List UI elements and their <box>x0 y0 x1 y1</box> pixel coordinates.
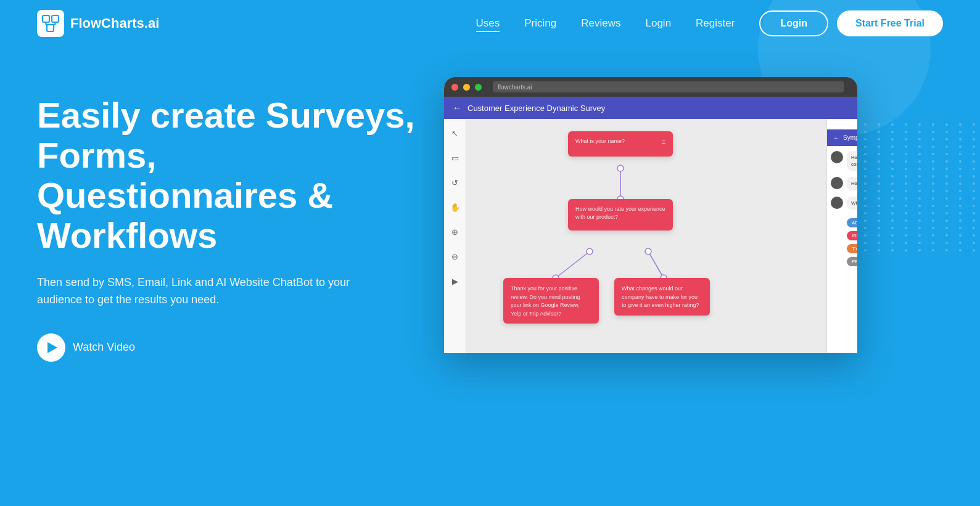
chat-time: 7:45 <box>827 121 857 127</box>
option-percocet[interactable]: PERCOCET <box>847 257 857 266</box>
chat-bubble-1: Have you finished your antibiotic consum… <box>847 151 857 171</box>
svg-point-11 <box>587 248 593 255</box>
tool-hand[interactable]: ✋ <box>447 199 463 215</box>
chat-avatar-3 <box>831 197 843 209</box>
nav-link-reviews[interactable]: Reviews <box>581 17 620 30</box>
chat-message-3: What did you take? <box>831 197 857 210</box>
node-4-title: What changes would our company have to m… <box>622 285 699 308</box>
chat-avatar-2 <box>831 177 843 189</box>
option-advil[interactable]: ADVIL <box>847 218 857 227</box>
browser-mockup: flowcharts.ai ← Customer Experience Dyna… <box>444 77 857 353</box>
svg-rect-2 <box>47 25 54 31</box>
flow-node-2[interactable]: How would you rate your experience with … <box>568 199 673 231</box>
flow-node-3[interactable]: Thank you for your positive review. Do y… <box>503 278 599 324</box>
chat-panel-header: ← Symptom Flow Chart <box>827 129 857 146</box>
chat-bubble-2: Have you taken pain medication? <box>847 177 857 190</box>
hero-subtext: Then send by SMS, Email, Link and AI Web… <box>37 274 358 309</box>
logo[interactable]: FlowCharts.ai <box>37 10 159 37</box>
option-ibuprofen[interactable]: IBUPROFEN <box>847 231 857 240</box>
svg-point-13 <box>645 248 651 255</box>
tool-zoom-out[interactable]: ⊖ <box>447 248 463 264</box>
chat-avatar-1 <box>831 151 843 163</box>
nav-links: Uses Pricing Reviews Login Register <box>476 17 735 30</box>
main-navigation: FlowCharts.ai Uses Pricing Reviews Login… <box>0 0 980 46</box>
watch-video-label: Watch Video <box>73 341 135 354</box>
flow-node-4[interactable]: What changes would our company have to m… <box>614 278 710 316</box>
hero-headline: Easily create Surveys, Forms, Questionna… <box>37 96 419 256</box>
browser-dot-minimize <box>463 84 470 91</box>
tool-play[interactable]: ▶ <box>447 273 463 289</box>
svg-rect-0 <box>43 15 49 22</box>
start-free-trial-button[interactable]: Start Free Trial <box>837 10 943 36</box>
node-2-title: How would you rate your experience with … <box>575 205 665 221</box>
browser-content: ↖ ▭ ↺ ✋ ⊕ ⊖ ▶ <box>444 119 857 353</box>
nav-link-pricing[interactable]: Pricing <box>524 17 556 30</box>
nav-link-login[interactable]: Login <box>645 17 671 30</box>
chat-panel: 7:45 ← Symptom Flow Chart Have you finis… <box>826 119 857 353</box>
chat-title: Symptom Flow Chart <box>843 134 857 141</box>
tool-undo[interactable]: ↺ <box>447 174 463 190</box>
browser-nav-bar: ← Customer Experience Dynamic Survey <box>444 97 857 119</box>
browser-url-bar: flowcharts.ai <box>493 81 844 92</box>
browser-url-text: flowcharts.ai <box>498 84 532 91</box>
option-tylenol[interactable]: TYLENOL <box>847 244 857 253</box>
nav-link-uses[interactable]: Uses <box>476 17 500 30</box>
brand-name: FlowCharts.ai <box>70 15 159 31</box>
browser-dot-close <box>451 84 458 91</box>
back-arrow-icon: ← <box>453 103 461 113</box>
nav-link-register[interactable]: Register <box>696 17 735 30</box>
nav-buttons: Login Start Free Trial <box>759 10 943 36</box>
chat-back-icon: ← <box>833 134 839 141</box>
flow-node-1[interactable]: What is your name? ≡ <box>568 131 673 157</box>
browser-topbar: flowcharts.ai <box>444 77 857 97</box>
hero-section: Easily create Surveys, Forms, Questionna… <box>0 46 980 362</box>
play-icon <box>37 333 65 362</box>
svg-line-8 <box>648 251 664 278</box>
chat-message-2: Have you taken pain medication? <box>831 177 857 190</box>
svg-line-7 <box>556 251 590 278</box>
browser-page-title: Customer Experience Dynamic Survey <box>467 104 605 113</box>
node-1-menu: ≡ <box>662 137 665 147</box>
svg-rect-1 <box>52 15 59 22</box>
hero-left-content: Easily create Surveys, Forms, Questionna… <box>37 83 419 362</box>
node-1-title: What is your name? <box>575 137 625 145</box>
flow-toolbar: ↖ ▭ ↺ ✋ ⊕ ⊖ ▶ <box>444 119 466 353</box>
tool-cursor[interactable]: ↖ <box>447 125 463 141</box>
tool-rectangle[interactable]: ▭ <box>447 150 463 166</box>
browser-dot-maximize <box>475 84 482 91</box>
svg-point-9 <box>617 165 624 171</box>
flow-canvas: What is your name? ≡ How would you rate … <box>466 119 857 353</box>
login-button[interactable]: Login <box>759 10 828 36</box>
chat-bubble-3: What did you take? <box>847 197 857 210</box>
node-3-title: Thank you for your positive review. Do y… <box>511 285 580 317</box>
watch-video-button[interactable]: Watch Video <box>37 333 419 362</box>
logo-icon <box>37 10 64 37</box>
hero-demo-area: flowcharts.ai ← Customer Experience Dyna… <box>444 77 943 353</box>
chat-messages: Have you finished your antibiotic consum… <box>827 146 857 272</box>
chat-options: ADVIL ALEVE IBUPROFEN NAPROXEN TYLENOL O… <box>831 216 857 267</box>
chat-message-1: Have you finished your antibiotic consum… <box>831 151 857 171</box>
tool-zoom-in[interactable]: ⊕ <box>447 224 463 240</box>
